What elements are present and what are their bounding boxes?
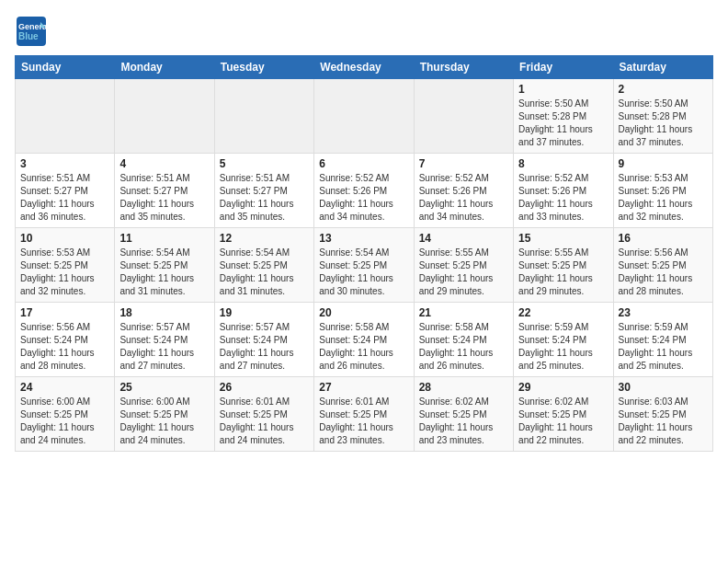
day-number: 17 bbox=[20, 306, 109, 319]
day-cell: 3Sunrise: 5:51 AMSunset: 5:27 PMDaylight… bbox=[16, 154, 115, 228]
day-info: Sunrise: 5:52 AMSunset: 5:26 PMDaylight:… bbox=[518, 172, 608, 224]
svg-text:Blue: Blue bbox=[18, 31, 39, 41]
day-info: Sunrise: 5:53 AMSunset: 5:25 PMDaylight:… bbox=[20, 247, 109, 298]
day-info: Sunrise: 5:54 AMSunset: 5:25 PMDaylight:… bbox=[119, 247, 209, 298]
day-number: 25 bbox=[119, 381, 209, 394]
day-number: 11 bbox=[119, 232, 209, 245]
day-number: 9 bbox=[619, 157, 708, 170]
day-cell bbox=[414, 79, 513, 154]
day-number: 10 bbox=[20, 232, 109, 245]
calendar-body: 1Sunrise: 5:50 AMSunset: 5:28 PMDaylight… bbox=[16, 79, 713, 452]
day-cell: 16Sunrise: 5:56 AMSunset: 5:25 PMDayligh… bbox=[613, 228, 712, 303]
day-cell: 30Sunrise: 6:03 AMSunset: 5:25 PMDayligh… bbox=[613, 377, 712, 452]
day-info: Sunrise: 5:57 AMSunset: 5:24 PMDaylight:… bbox=[119, 321, 209, 373]
calendar-table: SundayMondayTuesdayWednesdayThursdayFrid… bbox=[15, 55, 713, 452]
day-cell: 15Sunrise: 5:55 AMSunset: 5:25 PMDayligh… bbox=[514, 228, 613, 303]
day-number: 30 bbox=[619, 381, 708, 394]
day-cell: 28Sunrise: 6:02 AMSunset: 5:25 PMDayligh… bbox=[414, 377, 513, 452]
week-row-5: 24Sunrise: 6:00 AMSunset: 5:25 PMDayligh… bbox=[16, 377, 713, 452]
day-number: 19 bbox=[220, 306, 309, 319]
week-row-1: 1Sunrise: 5:50 AMSunset: 5:28 PMDaylight… bbox=[16, 79, 713, 154]
day-number: 8 bbox=[518, 157, 608, 170]
day-number: 1 bbox=[518, 83, 608, 96]
weekday-friday: Friday bbox=[514, 56, 613, 79]
day-cell: 19Sunrise: 5:57 AMSunset: 5:24 PMDayligh… bbox=[214, 303, 313, 377]
day-cell: 13Sunrise: 5:54 AMSunset: 5:25 PMDayligh… bbox=[314, 228, 414, 303]
day-cell: 27Sunrise: 6:01 AMSunset: 5:25 PMDayligh… bbox=[314, 377, 414, 452]
day-number: 5 bbox=[220, 157, 309, 170]
day-info: Sunrise: 6:03 AMSunset: 5:25 PMDaylight:… bbox=[619, 396, 708, 447]
day-cell: 20Sunrise: 5:58 AMSunset: 5:24 PMDayligh… bbox=[314, 303, 414, 377]
day-number: 15 bbox=[518, 232, 608, 245]
day-number: 6 bbox=[319, 157, 408, 170]
day-info: Sunrise: 6:01 AMSunset: 5:25 PMDaylight:… bbox=[220, 396, 309, 447]
day-info: Sunrise: 5:55 AMSunset: 5:25 PMDaylight:… bbox=[419, 247, 508, 298]
day-number: 4 bbox=[119, 157, 209, 170]
day-cell: 2Sunrise: 5:50 AMSunset: 5:28 PMDaylight… bbox=[613, 79, 712, 154]
logo-icon: General Blue bbox=[15, 15, 48, 48]
weekday-wednesday: Wednesday bbox=[314, 56, 414, 79]
day-number: 20 bbox=[319, 306, 408, 319]
day-cell bbox=[314, 79, 414, 154]
day-cell: 14Sunrise: 5:55 AMSunset: 5:25 PMDayligh… bbox=[414, 228, 513, 303]
day-cell: 23Sunrise: 5:59 AMSunset: 5:24 PMDayligh… bbox=[613, 303, 712, 377]
day-info: Sunrise: 5:56 AMSunset: 5:24 PMDaylight:… bbox=[20, 321, 109, 373]
day-cell bbox=[16, 79, 115, 154]
day-number: 23 bbox=[619, 306, 708, 319]
day-cell: 18Sunrise: 5:57 AMSunset: 5:24 PMDayligh… bbox=[115, 303, 214, 377]
day-cell: 6Sunrise: 5:52 AMSunset: 5:26 PMDaylight… bbox=[314, 154, 414, 228]
weekday-thursday: Thursday bbox=[414, 56, 513, 79]
week-row-4: 17Sunrise: 5:56 AMSunset: 5:24 PMDayligh… bbox=[16, 303, 713, 377]
day-cell: 7Sunrise: 5:52 AMSunset: 5:26 PMDaylight… bbox=[414, 154, 513, 228]
weekday-saturday: Saturday bbox=[613, 56, 712, 79]
day-cell: 9Sunrise: 5:53 AMSunset: 5:26 PMDaylight… bbox=[613, 154, 712, 228]
day-info: Sunrise: 5:57 AMSunset: 5:24 PMDaylight:… bbox=[220, 321, 309, 373]
day-cell: 21Sunrise: 5:58 AMSunset: 5:24 PMDayligh… bbox=[414, 303, 513, 377]
day-info: Sunrise: 5:51 AMSunset: 5:27 PMDaylight:… bbox=[20, 172, 109, 224]
day-info: Sunrise: 5:52 AMSunset: 5:26 PMDaylight:… bbox=[319, 172, 408, 224]
day-cell: 5Sunrise: 5:51 AMSunset: 5:27 PMDaylight… bbox=[214, 154, 313, 228]
day-info: Sunrise: 5:50 AMSunset: 5:28 PMDaylight:… bbox=[518, 98, 608, 149]
week-row-2: 3Sunrise: 5:51 AMSunset: 5:27 PMDaylight… bbox=[16, 154, 713, 228]
day-info: Sunrise: 5:59 AMSunset: 5:24 PMDaylight:… bbox=[619, 321, 708, 373]
day-cell: 29Sunrise: 6:02 AMSunset: 5:25 PMDayligh… bbox=[514, 377, 613, 452]
day-info: Sunrise: 5:59 AMSunset: 5:24 PMDaylight:… bbox=[518, 321, 608, 373]
day-cell: 4Sunrise: 5:51 AMSunset: 5:27 PMDaylight… bbox=[115, 154, 214, 228]
day-number: 3 bbox=[20, 157, 109, 170]
day-number: 16 bbox=[619, 232, 708, 245]
day-number: 13 bbox=[319, 232, 408, 245]
day-info: Sunrise: 5:58 AMSunset: 5:24 PMDaylight:… bbox=[319, 321, 408, 373]
day-cell: 17Sunrise: 5:56 AMSunset: 5:24 PMDayligh… bbox=[16, 303, 115, 377]
day-number: 22 bbox=[518, 306, 608, 319]
day-info: Sunrise: 5:52 AMSunset: 5:26 PMDaylight:… bbox=[419, 172, 508, 224]
day-number: 18 bbox=[119, 306, 209, 319]
day-cell: 24Sunrise: 6:00 AMSunset: 5:25 PMDayligh… bbox=[16, 377, 115, 452]
day-info: Sunrise: 5:51 AMSunset: 5:27 PMDaylight:… bbox=[119, 172, 209, 224]
day-info: Sunrise: 6:02 AMSunset: 5:25 PMDaylight:… bbox=[518, 396, 608, 447]
day-info: Sunrise: 5:54 AMSunset: 5:25 PMDaylight:… bbox=[220, 247, 309, 298]
weekday-sunday: Sunday bbox=[16, 56, 115, 79]
day-number: 26 bbox=[220, 381, 309, 394]
day-info: Sunrise: 6:00 AMSunset: 5:25 PMDaylight:… bbox=[119, 396, 209, 447]
day-number: 2 bbox=[619, 83, 708, 96]
day-info: Sunrise: 5:53 AMSunset: 5:26 PMDaylight:… bbox=[619, 172, 708, 224]
day-info: Sunrise: 5:58 AMSunset: 5:24 PMDaylight:… bbox=[419, 321, 508, 373]
day-number: 12 bbox=[220, 232, 309, 245]
weekday-monday: Monday bbox=[115, 56, 214, 79]
day-number: 28 bbox=[419, 381, 508, 394]
day-cell: 25Sunrise: 6:00 AMSunset: 5:25 PMDayligh… bbox=[115, 377, 214, 452]
day-cell: 26Sunrise: 6:01 AMSunset: 5:25 PMDayligh… bbox=[214, 377, 313, 452]
day-number: 7 bbox=[419, 157, 508, 170]
day-number: 24 bbox=[20, 381, 109, 394]
day-cell: 11Sunrise: 5:54 AMSunset: 5:25 PMDayligh… bbox=[115, 228, 214, 303]
weekday-tuesday: Tuesday bbox=[214, 56, 313, 79]
day-info: Sunrise: 5:55 AMSunset: 5:25 PMDaylight:… bbox=[518, 247, 608, 298]
day-info: Sunrise: 5:56 AMSunset: 5:25 PMDaylight:… bbox=[619, 247, 708, 298]
week-row-3: 10Sunrise: 5:53 AMSunset: 5:25 PMDayligh… bbox=[16, 228, 713, 303]
day-cell: 1Sunrise: 5:50 AMSunset: 5:28 PMDaylight… bbox=[514, 79, 613, 154]
day-cell bbox=[214, 79, 313, 154]
day-info: Sunrise: 5:50 AMSunset: 5:28 PMDaylight:… bbox=[619, 98, 708, 149]
day-cell bbox=[115, 79, 214, 154]
day-cell: 10Sunrise: 5:53 AMSunset: 5:25 PMDayligh… bbox=[16, 228, 115, 303]
day-info: Sunrise: 6:00 AMSunset: 5:25 PMDaylight:… bbox=[20, 396, 109, 447]
